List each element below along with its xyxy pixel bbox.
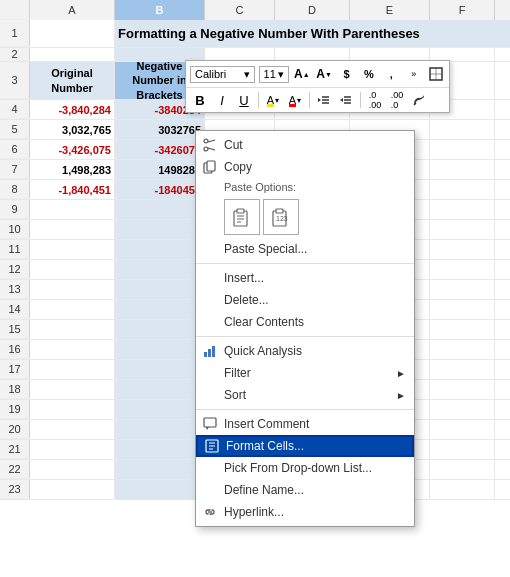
cell-a11[interactable] [30,240,115,259]
cell-b5[interactable]: 3032765 [115,120,205,139]
cell-f23[interactable] [430,480,495,499]
comma-button[interactable]: , [382,64,400,84]
font-color-button[interactable]: A ▾ [285,90,305,110]
cell-f7[interactable] [430,160,495,179]
cell-g8[interactable] [495,180,510,199]
cell-b8[interactable]: -1840451 [115,180,205,199]
grow-font-button[interactable]: A▲ [293,64,311,84]
cell-b18[interactable] [115,380,205,399]
decimal-increase-button[interactable]: .0.00 [365,90,385,110]
cell-g3[interactable] [495,62,510,99]
cell-b9[interactable] [115,200,205,219]
indent-increase-button[interactable] [336,90,356,110]
paste-icon-2[interactable]: 123 [263,199,299,235]
cell-f19[interactable] [430,400,495,419]
cell-b10[interactable] [115,220,205,239]
col-header-b[interactable]: B [115,0,205,20]
cell-a1[interactable] [30,20,115,47]
menu-item-sort[interactable]: Sort ► [196,384,414,406]
cell-b17[interactable] [115,360,205,379]
more-button[interactable]: » [404,64,422,84]
menu-item-hyperlink[interactable]: Hyperlink... [196,501,414,523]
cell-b16[interactable] [115,340,205,359]
cell-a20[interactable] [30,420,115,439]
cell-f16[interactable] [430,340,495,359]
menu-item-copy[interactable]: Copy [196,156,414,178]
decimal-decrease-button[interactable]: .00.0 [387,90,407,110]
cell-a6[interactable]: -3,426,075 [30,140,115,159]
cell-f22[interactable] [430,460,495,479]
cell-f21[interactable] [430,440,495,459]
italic-button[interactable]: I [212,90,232,110]
cell-g9[interactable] [495,200,510,219]
paint-format-button[interactable] [409,90,429,110]
cell-f18[interactable] [430,380,495,399]
cell-a10[interactable] [30,220,115,239]
cell-f11[interactable] [430,240,495,259]
font-size-box[interactable]: 11 ▾ [259,66,289,83]
cell-a21[interactable] [30,440,115,459]
currency-button[interactable]: $ [337,64,355,84]
cell-f20[interactable] [430,420,495,439]
menu-item-cut[interactable]: Cut [196,134,414,156]
cell-a17[interactable] [30,360,115,379]
cell-b22[interactable] [115,460,205,479]
cell-a2[interactable] [30,48,115,61]
col-header-d[interactable]: D [275,0,350,20]
cell-f9[interactable] [430,200,495,219]
cell-a13[interactable] [30,280,115,299]
cell-f12[interactable] [430,260,495,279]
cell-b21[interactable] [115,440,205,459]
menu-item-filter[interactable]: Filter ► [196,362,414,384]
col-header-g[interactable]: G [495,0,510,20]
menu-item-insert[interactable]: Insert... [196,267,414,289]
cell-g18[interactable] [495,380,510,399]
fill-color-button[interactable]: A ▾ [263,90,283,110]
menu-item-clear-contents[interactable]: Clear Contents [196,311,414,333]
cell-a7[interactable]: 1,498,283 [30,160,115,179]
font-name-box[interactable]: Calibri ▾ [190,66,255,83]
cell-b11[interactable] [115,240,205,259]
menu-item-define-name[interactable]: Define Name... [196,479,414,501]
cell-f5[interactable] [430,120,495,139]
cell-f13[interactable] [430,280,495,299]
cell-a18[interactable] [30,380,115,399]
menu-item-quick-analysis[interactable]: Quick Analysis [196,340,414,362]
cell-b6[interactable]: -3426075 [115,140,205,159]
menu-item-format-cells[interactable]: Format Cells... [196,435,414,457]
cell-a9[interactable] [30,200,115,219]
cell-g15[interactable] [495,320,510,339]
fill-color-dropdown[interactable]: ▾ [275,96,279,105]
cell-b1-title[interactable]: Formatting a Negative Number With Parent… [115,20,510,47]
cell-g6[interactable] [495,140,510,159]
underline-button[interactable]: U [234,90,254,110]
col-header-f[interactable]: F [430,0,495,20]
cell-a4[interactable]: -3,840,284 [30,100,115,119]
indent-decrease-button[interactable] [314,90,334,110]
col-header-c[interactable]: C [205,0,275,20]
cell-g22[interactable] [495,460,510,479]
cell-g4[interactable] [495,100,510,119]
shrink-font-button[interactable]: A▼ [315,64,333,84]
menu-item-delete[interactable]: Delete... [196,289,414,311]
cell-b7[interactable]: 1498283 [115,160,205,179]
menu-item-pick-dropdown[interactable]: Pick From Drop-down List... [196,457,414,479]
cell-f17[interactable] [430,360,495,379]
cell-g21[interactable] [495,440,510,459]
cell-f14[interactable] [430,300,495,319]
cell-f6[interactable] [430,140,495,159]
cell-g23[interactable] [495,480,510,499]
cell-g2[interactable] [495,48,510,61]
cell-a8[interactable]: -1,840,451 [30,180,115,199]
cell-a19[interactable] [30,400,115,419]
cell-g10[interactable] [495,220,510,239]
col-header-e[interactable]: E [350,0,430,20]
bold-button[interactable]: B [190,90,210,110]
cell-g11[interactable] [495,240,510,259]
cell-b15[interactable] [115,320,205,339]
cell-g7[interactable] [495,160,510,179]
cell-b20[interactable] [115,420,205,439]
cell-g5[interactable] [495,120,510,139]
cell-b12[interactable] [115,260,205,279]
borders-icon[interactable] [427,64,445,84]
